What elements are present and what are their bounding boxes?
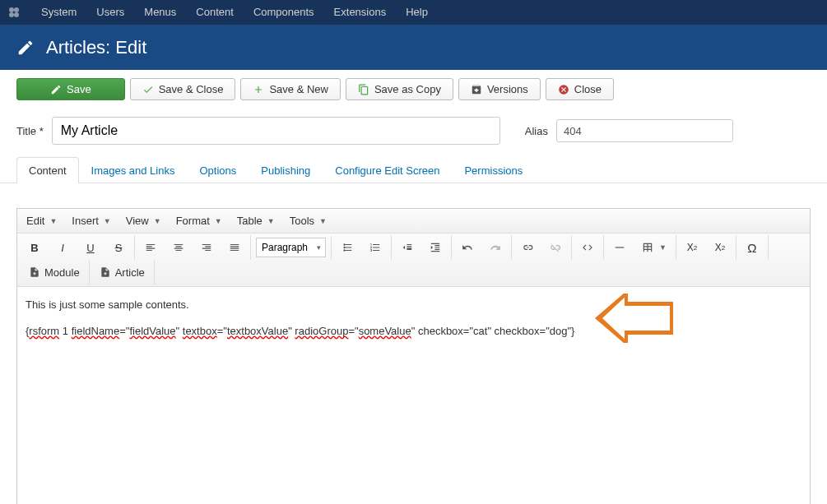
caret-icon: ▼ bbox=[659, 243, 667, 252]
menu-tools[interactable]: Tools▼ bbox=[282, 210, 334, 231]
menu-tools-label: Tools bbox=[290, 215, 314, 227]
superscript-icon: X2 bbox=[713, 241, 727, 254]
subscript-icon: X2 bbox=[685, 241, 699, 254]
number-list-icon bbox=[369, 241, 382, 254]
txt: radioGroup bbox=[295, 325, 348, 337]
undo-icon bbox=[461, 241, 474, 254]
menu-insert[interactable]: Insert▼ bbox=[64, 210, 118, 231]
subscript-button[interactable]: X2 bbox=[678, 237, 706, 258]
nav-content[interactable]: Content bbox=[186, 0, 244, 25]
caret-icon: ▼ bbox=[267, 217, 275, 225]
alias-input[interactable] bbox=[556, 119, 733, 142]
txt: fieldName bbox=[72, 325, 120, 337]
file-add-icon bbox=[99, 266, 112, 279]
redo-button[interactable] bbox=[481, 237, 509, 258]
undo-button[interactable] bbox=[453, 237, 481, 258]
save-copy-label: Save as Copy bbox=[374, 83, 441, 95]
nav-extensions[interactable]: Extensions bbox=[324, 0, 397, 25]
txt: =" bbox=[119, 325, 129, 337]
txt: =" bbox=[348, 325, 358, 337]
action-toolbar: Save Save & Close Save & New Save as Cop… bbox=[0, 70, 827, 109]
insert-module-button[interactable]: Module bbox=[21, 261, 87, 283]
link-button[interactable] bbox=[513, 237, 541, 258]
versions-button[interactable]: Versions bbox=[458, 78, 541, 100]
annotation-arrow bbox=[593, 294, 676, 343]
page-header: Articles: Edit bbox=[0, 25, 827, 70]
superscript-button[interactable]: X2 bbox=[706, 237, 734, 258]
unlink-button[interactable] bbox=[541, 237, 569, 258]
paragraph-select-input[interactable]: Paragraph bbox=[256, 238, 326, 257]
close-label: Close bbox=[574, 83, 602, 95]
align-center-icon bbox=[172, 241, 185, 254]
unlink-icon bbox=[549, 241, 562, 254]
save-button[interactable]: Save bbox=[16, 78, 125, 100]
txt: someValue bbox=[359, 325, 411, 337]
italic-button[interactable]: I bbox=[49, 237, 77, 258]
hr-button[interactable] bbox=[606, 237, 634, 258]
menu-format[interactable]: Format▼ bbox=[169, 210, 230, 231]
joomla-logo-icon bbox=[7, 5, 21, 20]
editor-toolbar: B I U S Paragraph bbox=[17, 234, 810, 287]
align-right-icon bbox=[200, 241, 213, 254]
underline-icon: U bbox=[84, 241, 97, 254]
save-new-label: Save & New bbox=[269, 83, 328, 95]
menu-edit[interactable]: Edit▼ bbox=[19, 210, 64, 231]
svg-rect-4 bbox=[616, 247, 625, 247]
file-add-icon bbox=[28, 266, 41, 279]
nav-menus[interactable]: Menus bbox=[134, 0, 186, 25]
svg-point-2 bbox=[9, 12, 14, 17]
tab-options[interactable]: Options bbox=[187, 157, 249, 183]
code-button[interactable] bbox=[574, 237, 602, 258]
title-row: Title * Alias bbox=[0, 109, 827, 156]
menu-table[interactable]: Table▼ bbox=[230, 210, 282, 231]
menu-insert-label: Insert bbox=[72, 215, 99, 227]
save-copy-button[interactable]: Save as Copy bbox=[346, 78, 453, 100]
content-line-1: This is just some sample contents. bbox=[26, 297, 801, 313]
archive-icon bbox=[471, 84, 482, 95]
insert-article-button[interactable]: Article bbox=[91, 261, 152, 283]
align-right-button[interactable] bbox=[193, 237, 221, 258]
nav-help[interactable]: Help bbox=[396, 0, 438, 25]
page-title: Articles: Edit bbox=[46, 37, 146, 58]
special-char-button[interactable]: Ω bbox=[738, 237, 766, 258]
strike-button[interactable]: S bbox=[105, 237, 132, 258]
bold-button[interactable]: B bbox=[21, 237, 49, 258]
align-center-button[interactable] bbox=[165, 237, 193, 258]
table-button[interactable]: ▼ bbox=[634, 237, 674, 258]
plus-icon bbox=[253, 84, 264, 95]
menu-view[interactable]: View▼ bbox=[118, 210, 169, 231]
editor-menubar: Edit▼ Insert▼ View▼ Format▼ Table▼ Tools… bbox=[17, 209, 810, 234]
save-close-button[interactable]: Save & Close bbox=[130, 78, 236, 100]
indent-button[interactable] bbox=[421, 237, 449, 258]
txt: " bbox=[176, 325, 183, 337]
nav-components[interactable]: Components bbox=[244, 0, 324, 25]
align-left-button[interactable] bbox=[137, 237, 165, 258]
txt: =" bbox=[217, 325, 227, 337]
tab-configure[interactable]: Configure Edit Screen bbox=[323, 157, 452, 183]
paragraph-select[interactable]: Paragraph bbox=[256, 238, 326, 257]
table-icon bbox=[641, 241, 654, 254]
bullet-list-button[interactable] bbox=[333, 237, 361, 258]
outdent-button[interactable] bbox=[393, 237, 421, 258]
txt: fieldValue bbox=[129, 325, 175, 337]
align-justify-button[interactable] bbox=[221, 237, 249, 258]
bold-icon: B bbox=[28, 241, 41, 254]
italic-icon: I bbox=[56, 241, 69, 254]
apply-icon bbox=[50, 84, 62, 95]
nav-system[interactable]: System bbox=[31, 0, 86, 25]
underline-button[interactable]: U bbox=[77, 237, 105, 258]
tab-publishing[interactable]: Publishing bbox=[249, 157, 323, 183]
tabs: Content Images and Links Options Publish… bbox=[0, 156, 827, 183]
tab-content[interactable]: Content bbox=[16, 157, 79, 183]
caret-icon: ▼ bbox=[154, 217, 161, 225]
save-label: Save bbox=[67, 83, 91, 95]
number-list-button[interactable] bbox=[361, 237, 389, 258]
close-button[interactable]: Close bbox=[546, 78, 614, 100]
tab-permissions[interactable]: Permissions bbox=[452, 157, 535, 183]
save-new-button[interactable]: Save & New bbox=[240, 78, 341, 100]
svg-point-0 bbox=[9, 7, 14, 12]
tab-images[interactable]: Images and Links bbox=[79, 157, 188, 183]
title-input[interactable] bbox=[52, 117, 500, 145]
editor-content[interactable]: This is just some sample contents. {rsfo… bbox=[17, 287, 810, 504]
nav-users[interactable]: Users bbox=[86, 0, 134, 25]
